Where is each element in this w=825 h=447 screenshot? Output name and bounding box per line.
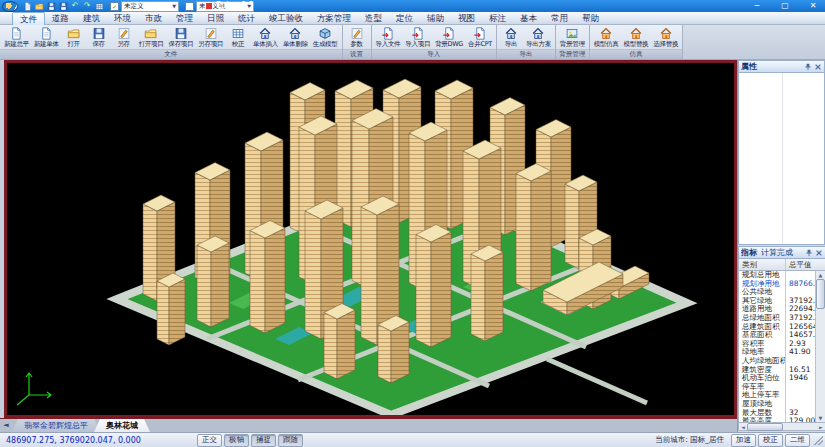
model-simulate-button[interactable]: 模型仿真 — [592, 26, 621, 49]
close-button[interactable]: ✕ — [807, 1, 819, 11]
minimize-button[interactable]: ─ — [751, 1, 763, 11]
export-scheme-button[interactable]: 导出方案 — [524, 26, 553, 49]
style-checkbox[interactable]: ✓ — [110, 2, 119, 11]
pin-icon[interactable] — [804, 63, 812, 71]
resize-grip[interactable] — [813, 435, 823, 445]
track-toggle[interactable]: 跟随 — [278, 434, 303, 447]
scrollbar-thumb[interactable] — [816, 279, 825, 309]
scroll-up-icon[interactable]: ▲ — [819, 271, 823, 279]
background-manage-button[interactable]: 背景管理 — [558, 26, 587, 49]
folder-open-icon — [144, 27, 158, 40]
domain-checkbox[interactable] — [185, 2, 194, 11]
polar-toggle[interactable]: 极轴 — [224, 434, 249, 447]
menu-item-10[interactable]: 方案管理 — [310, 12, 358, 24]
generate-model-button[interactable]: 生成模型 — [311, 26, 340, 49]
indicator-row[interactable]: 建筑密度16.51 — [739, 366, 825, 375]
background-dwg-button[interactable]: 背景DWG — [433, 26, 465, 49]
snap-toggle[interactable]: 捕捉 — [251, 434, 276, 447]
indicator-row[interactable]: 基底面积14657.45 — [739, 331, 825, 340]
indicator-row[interactable]: 规划总用地 — [739, 271, 825, 280]
new-file-icon[interactable] — [22, 1, 32, 11]
import-project-button[interactable]: 导入项目 — [403, 26, 432, 49]
open-project-button[interactable]: 打开项目 — [137, 26, 166, 49]
indicator-row[interactable]: 公共绿地 — [739, 288, 825, 297]
menu-item-14[interactable]: 视图 — [451, 12, 482, 24]
indicator-row[interactable]: 最高高度129.00 — [739, 417, 825, 423]
menu-item-9[interactable]: 竣工验收 — [262, 12, 310, 24]
indicator-row[interactable]: 最大层数32 — [739, 409, 825, 418]
save-icon[interactable] — [46, 1, 56, 11]
save-project-button[interactable]: 保存项目 — [166, 26, 195, 49]
save-button[interactable]: 保存 — [87, 26, 111, 49]
menu-item-1[interactable]: 文件 — [12, 12, 45, 25]
scroll-down-icon[interactable]: ▼ — [819, 414, 823, 422]
indicator-row[interactable]: 其它绿地37192.18 — [739, 297, 825, 306]
insert-building-button[interactable]: 单体插入 — [251, 26, 280, 49]
menu-item-11[interactable]: 造型 — [358, 12, 389, 24]
import-file-button[interactable]: 导入文件 — [374, 26, 403, 49]
grid-tool-icon[interactable] — [94, 1, 104, 11]
style-combobox[interactable]: 未定义 ▼ — [121, 1, 179, 12]
menu-item-13[interactable]: 辅助 — [420, 12, 451, 24]
indicator-row[interactable]: 机动车泊位1946 — [739, 374, 825, 383]
tab-siteplan[interactable]: 翡翠金碧辉煌总平 — [12, 419, 100, 432]
pin-icon[interactable] — [805, 249, 813, 257]
indicator-row[interactable]: 容积率2.93 — [739, 340, 825, 349]
open-file-icon[interactable] — [34, 1, 44, 11]
indicator-row[interactable]: 屋顶绿地 — [739, 400, 825, 409]
indicator-row[interactable]: 地上停车率 — [739, 391, 825, 400]
tab-aolin-huacheng[interactable]: 奥林花城 — [94, 419, 150, 432]
scrollbar-thumb[interactable] — [747, 423, 783, 431]
new-siteplan-button[interactable]: 新建总平 — [2, 26, 31, 49]
menu-item-2[interactable]: 道路 — [45, 12, 76, 24]
indicator-row[interactable]: 人均绿地面积 — [739, 357, 825, 366]
menu-item-3[interactable]: 建筑 — [76, 12, 107, 24]
undo-icon[interactable]: ↶ — [70, 1, 80, 11]
parameters-button[interactable]: 参数 — [345, 26, 369, 49]
menu-item-8[interactable]: 统计 — [231, 12, 262, 24]
scroll-left-icon[interactable]: ◄ — [739, 424, 747, 430]
select-replace-button[interactable]: 选择替换 — [651, 26, 680, 49]
calc-status: 计算完成 — [761, 248, 793, 257]
app-logo[interactable] — [2, 1, 18, 12]
menu-item-15[interactable]: 标注 — [482, 12, 513, 24]
viewport-3d[interactable] — [4, 60, 737, 418]
maximize-button[interactable]: ▢ — [779, 1, 791, 11]
close-icon[interactable] — [815, 249, 823, 257]
merge-cpt-button[interactable]: 合并CPT — [466, 26, 494, 49]
menu-item-12[interactable]: 定位 — [389, 12, 420, 24]
indicator-row[interactable]: 道路用地22694.64 — [739, 305, 825, 314]
save-all-icon[interactable] — [58, 1, 68, 11]
indicator-row[interactable]: 停车率 — [739, 383, 825, 392]
indicator-row-selected[interactable]: 规划净用地88766.84 — [739, 280, 825, 289]
close-icon[interactable] — [814, 63, 822, 71]
ortho-toggle[interactable]: 正交 — [197, 434, 222, 447]
menu-item-18[interactable]: 帮助 — [575, 12, 606, 24]
indicator-row[interactable]: 总建筑面积126564.... — [739, 323, 825, 332]
save-as-button[interactable]: 另存 — [112, 26, 136, 49]
vertical-scrollbar[interactable]: ▲ ▼ — [815, 271, 825, 422]
redo-icon[interactable]: ↷ — [82, 1, 92, 11]
indicator-row[interactable]: 总绿地面积37192.18 — [739, 314, 825, 323]
menu-item-16[interactable]: 基本 — [513, 12, 544, 24]
menu-item-17[interactable]: 常用 — [544, 12, 575, 24]
new-building-button[interactable]: 新建单体 — [32, 26, 61, 49]
menu-item-4[interactable]: 环境 — [107, 12, 138, 24]
accelerate-button[interactable]: 加速 — [731, 434, 756, 447]
open-button[interactable]: 打开 — [62, 26, 86, 49]
calibrate-button[interactable]: 校正 — [226, 26, 250, 49]
calibrate-mode-button[interactable]: 校正 — [758, 434, 783, 447]
save-project-as-button[interactable]: 另存项目 — [196, 26, 225, 49]
view-2d-button[interactable]: 二维 — [785, 434, 810, 447]
indicator-row[interactable]: 绿地率41.90 — [739, 348, 825, 357]
menu-item-5[interactable]: 市政 — [138, 12, 169, 24]
model-replace-button[interactable]: 模型替换 — [621, 26, 650, 49]
tab-scroll-left-icon[interactable]: ◄ — [0, 419, 12, 432]
scroll-right-icon[interactable]: ► — [817, 424, 825, 430]
export-button[interactable]: 导出 — [499, 26, 523, 49]
menu-item-6[interactable]: 管理 — [169, 12, 200, 24]
menu-item-7[interactable]: 日照 — [200, 12, 231, 24]
indicators-panel: 指标计算完成 类别 总平值 规划总用地 规划净用地88766.84 公共绿地 其… — [738, 246, 825, 432]
horizontal-scrollbar[interactable]: ◄ ► — [738, 423, 825, 431]
delete-building-button[interactable]: 单体删除 — [281, 26, 310, 49]
